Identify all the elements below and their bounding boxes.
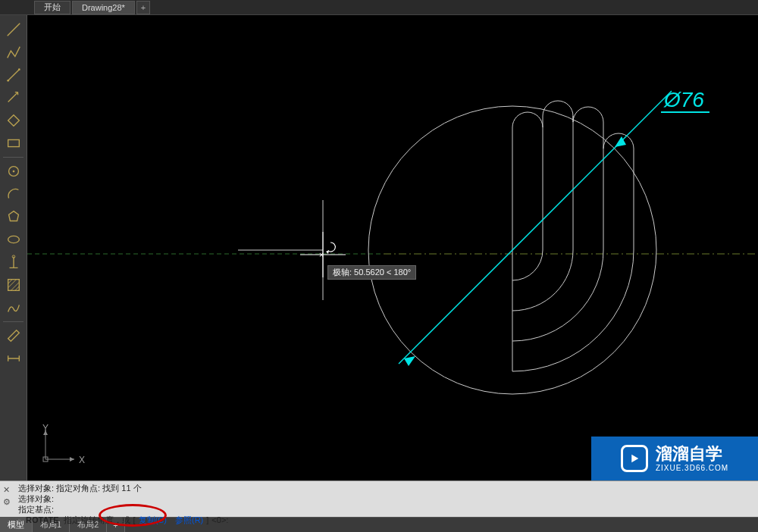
option-reference[interactable]: 参照(R) [175,515,203,525]
watermark-badge: 溜溜自学 ZIXUE.3D66.COM [591,437,758,480]
circle-tool-icon[interactable] [2,161,26,182]
polyline-tool-icon[interactable] [2,42,26,63]
svg-point-5 [8,236,19,243]
option-copy[interactable]: 复制(C) [139,515,167,525]
svg-text:×: × [319,251,324,259]
command-history-1: 选择对象: 指定对角点: 找到 11 个 [18,483,752,493]
command-default: <0>: [211,515,228,525]
line-tool-icon[interactable] [2,19,26,40]
tab-add[interactable]: + [136,1,150,14]
svg-line-20 [399,91,672,364]
svg-marker-27 [326,250,329,254]
command-history-3: 指定基点: [18,504,752,515]
svg-marker-31 [70,457,74,462]
command-panel: ✕ ⚙ 选择对象: 指定对角点: 找到 11 个 选择对象: 指定基点: ▸ R… [0,480,758,517]
polygon-tool-icon[interactable] [2,206,26,227]
left-toolbar [0,15,27,480]
measure-tool-icon[interactable] [2,325,26,346]
ucs-x-label: X [79,455,85,465]
separator [3,157,23,158]
svg-point-1 [17,68,20,70]
close-icon[interactable]: ✕ [3,484,12,493]
anchor-tool-icon[interactable] [2,252,26,273]
modify-line-icon[interactable] [2,87,26,108]
svg-point-4 [12,171,14,173]
polar-tooltip: 极轴: 50.5620 < 180° [327,265,416,280]
dimension-text: Ø76 [664,88,704,112]
diagonal-tool-icon[interactable] [2,64,26,86]
command-history-2: 选择对象: [18,493,752,504]
svg-rect-7 [8,280,19,291]
drawing-canvas[interactable]: × Y X 极轴: 50.5620 < 180° Ø76 [27,15,758,480]
dimension-tool-icon[interactable] [2,348,26,369]
tab-start[interactable]: 开始 [34,1,70,14]
svg-marker-33 [631,455,638,463]
hatch-tool-icon[interactable] [2,274,26,296]
svg-marker-21 [404,356,415,366]
separator [3,321,23,322]
rectangle-tool-icon[interactable] [2,133,26,154]
command-name: ROTATE [26,515,59,525]
freehand-tool-icon[interactable] [2,297,26,318]
arc-tool-icon[interactable] [2,183,26,205]
diamond-tool-icon[interactable] [2,110,26,131]
ucs-y-label: Y [42,423,49,433]
command-prompt-line[interactable]: ▸ ROTATE 指定旋转角度，或 [ 复制(C) 参照(R) ] <0>: [18,515,752,525]
drawing-svg: × [27,15,758,480]
svg-point-0 [7,80,9,82]
play-icon [621,445,648,472]
watermark-url: ZIXUE.3D66.COM [656,464,728,472]
gear-icon[interactable]: ⚙ [3,496,12,505]
file-tabs-row: 开始 Drawing28* + [0,0,758,15]
ellipse-tool-icon[interactable] [2,229,26,250]
watermark-title: 溜溜自学 [656,445,728,463]
tab-drawing[interactable]: Drawing28* [72,1,135,14]
command-prompt-text: 指定旋转角度，或 [64,515,130,525]
svg-rect-2 [8,139,19,146]
